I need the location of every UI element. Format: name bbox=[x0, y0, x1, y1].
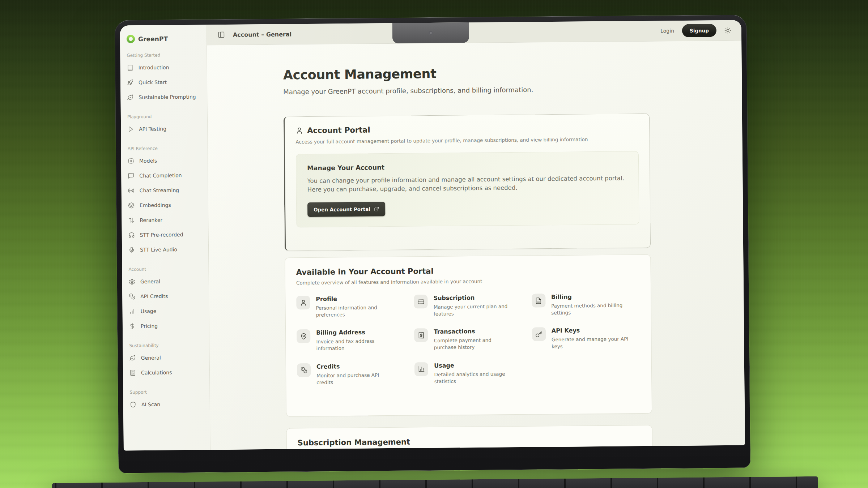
feature-description: Monitor and purchase API credits bbox=[316, 372, 397, 386]
feature-title: Billing Address bbox=[316, 329, 396, 336]
sidebar-item-label: STT Pre-recorded bbox=[140, 232, 183, 238]
content-area: Account Management Manage your GreenPT a… bbox=[207, 41, 745, 450]
sidebar-item[interactable]: Embeddings bbox=[127, 197, 203, 213]
subscription-management-card: Subscription Management bbox=[286, 425, 652, 450]
sidebar-item-label: Introduction bbox=[139, 64, 169, 70]
feature-description: Detailed analytics and usage statistics bbox=[434, 371, 514, 385]
feature-description: Generate and manage your API keys bbox=[552, 336, 632, 350]
message-square-icon bbox=[128, 172, 134, 179]
sidebar: GreenPT Getting Started Intr bbox=[120, 25, 210, 450]
feature-item: API Keys Generate and manage your API ke… bbox=[532, 326, 641, 350]
app-window: GreenPT Getting Started Intr bbox=[120, 20, 745, 451]
logo[interactable]: GreenPT bbox=[126, 34, 201, 43]
feature-title: Subscription bbox=[434, 294, 514, 301]
sidebar-item[interactable]: STT Live Audio bbox=[128, 242, 203, 257]
mic-icon bbox=[128, 247, 135, 253]
sidebar-item-label: Usage bbox=[141, 308, 157, 314]
sidebar-item-label: General bbox=[140, 278, 160, 284]
sidebar-section-label: Getting Started bbox=[127, 52, 201, 58]
feature-item: Billing Address Invoice and tax address … bbox=[297, 329, 405, 352]
sidebar-section: API Reference Models bbox=[127, 146, 204, 257]
panel-body: You can change your profile information … bbox=[307, 174, 627, 194]
sidebar-section: Playground API Testing bbox=[127, 114, 203, 137]
sidebar-item-label: General bbox=[141, 355, 161, 360]
main-column: Account – General Login Signup Account M… bbox=[207, 20, 745, 450]
open-account-portal-label: Open Account Portal bbox=[314, 206, 370, 212]
sidebar-item-label: Chat Streaming bbox=[140, 187, 179, 193]
laptop-mockup: GreenPT Getting Started Intr bbox=[115, 14, 751, 473]
sidebar-item[interactable]: General bbox=[129, 350, 204, 365]
sidebar-section: Sustainability General bbox=[128, 343, 204, 380]
feature-item: Credits Monitor and purchase API credits bbox=[297, 362, 405, 386]
receipt-icon bbox=[418, 332, 425, 339]
feature-title: Transactions bbox=[434, 328, 514, 335]
sidebar-item-label: Models bbox=[139, 158, 157, 163]
external-link-icon bbox=[374, 206, 379, 211]
sidebar-section: Support AI Scan bbox=[129, 389, 205, 412]
sidebar-item[interactable]: Introduction bbox=[126, 60, 202, 75]
sidebar-section: Getting Started Introduction bbox=[126, 52, 202, 105]
page-subheading: Manage your GreenPT account profile, sub… bbox=[283, 85, 649, 96]
sidebar-item[interactable]: Reranker bbox=[127, 212, 203, 228]
login-link[interactable]: Login bbox=[660, 28, 674, 34]
features-card-subtitle: Complete overview of all features and in… bbox=[296, 277, 640, 286]
open-account-portal-button[interactable]: Open Account Portal bbox=[307, 202, 385, 217]
coins-icon bbox=[300, 367, 307, 373]
sidebar-section-label: Support bbox=[129, 389, 204, 395]
portal-card-description: Access your full account management port… bbox=[295, 136, 638, 145]
sidebar-item[interactable]: AI Scan bbox=[129, 397, 205, 412]
cpu-icon bbox=[128, 158, 134, 164]
feature-description: Manage your current plan and features bbox=[434, 303, 514, 317]
sidebar-item-label: AI Scan bbox=[141, 401, 160, 407]
dollar-icon bbox=[129, 323, 136, 329]
rocket-icon bbox=[127, 79, 133, 86]
account-portal-card: Account Portal Access your full account … bbox=[284, 114, 651, 251]
sidebar-item-label: Calculations bbox=[141, 369, 172, 376]
sidebar-item[interactable]: Calculations bbox=[129, 365, 204, 380]
features-card-title: Available in Your Account Portal bbox=[296, 265, 640, 277]
camera-notch bbox=[392, 22, 469, 43]
sidebar-item[interactable]: Pricing bbox=[128, 318, 204, 334]
theme-toggle-sun-icon[interactable] bbox=[724, 27, 731, 34]
sidebar-item[interactable]: Chat Streaming bbox=[127, 183, 203, 198]
credit-card-icon bbox=[417, 298, 424, 305]
coins-icon bbox=[129, 293, 135, 300]
file-text-icon bbox=[535, 297, 542, 304]
leaf-icon bbox=[127, 94, 133, 100]
manage-account-panel: Manage Your Account You can change your … bbox=[296, 151, 639, 227]
arrow-up-down-icon bbox=[128, 217, 135, 223]
feature-title: API Keys bbox=[552, 327, 632, 334]
sidebar-item-label: STT Live Audio bbox=[140, 247, 177, 253]
feature-description: Complete payment and purchase history bbox=[434, 337, 514, 351]
sidebar-item[interactable]: API Credits bbox=[128, 288, 204, 304]
sidebar-section: Account General bbox=[128, 266, 204, 334]
layers-icon bbox=[128, 202, 135, 209]
panel-title: Manage Your Account bbox=[307, 162, 627, 172]
sidebar-item[interactable]: General bbox=[128, 274, 204, 289]
feature-title: Profile bbox=[316, 295, 396, 303]
sidebar-item[interactable]: STT Pre-recorded bbox=[128, 227, 203, 243]
sidebar-item[interactable]: Usage bbox=[128, 303, 204, 319]
feature-description: Payment methods and billing settings bbox=[551, 302, 631, 316]
chart-column-icon bbox=[418, 365, 425, 372]
sidebar-toggle-icon[interactable] bbox=[218, 31, 225, 38]
sidebar-item[interactable]: Quick Start bbox=[126, 74, 202, 90]
sidebar-item-label: API Credits bbox=[140, 293, 168, 299]
page-heading: Account Management bbox=[283, 65, 649, 82]
key-icon bbox=[535, 331, 542, 338]
signup-button[interactable]: Signup bbox=[682, 24, 716, 37]
sidebar-item-label: Quick Start bbox=[139, 79, 167, 85]
feature-title: Credits bbox=[316, 363, 397, 370]
logo-text: GreenPT bbox=[138, 35, 168, 43]
feature-description: Personal information and preferences bbox=[316, 304, 396, 318]
feature-item: Subscription Manage your current plan an… bbox=[414, 294, 523, 318]
sidebar-item[interactable]: Models bbox=[127, 153, 203, 168]
feature-item: Usage Detailed analytics and usage stati… bbox=[414, 361, 523, 385]
sidebar-item[interactable]: API Testing bbox=[127, 121, 202, 137]
sidebar-item-label: Embeddings bbox=[140, 202, 171, 208]
sidebar-item[interactable]: Chat Completion bbox=[127, 168, 203, 183]
leaf-icon bbox=[129, 355, 136, 361]
radio-icon bbox=[128, 187, 135, 194]
sidebar-item[interactable]: Sustainable Prompting bbox=[126, 89, 202, 105]
sidebar-nav: Getting Started Introduction bbox=[126, 52, 205, 412]
